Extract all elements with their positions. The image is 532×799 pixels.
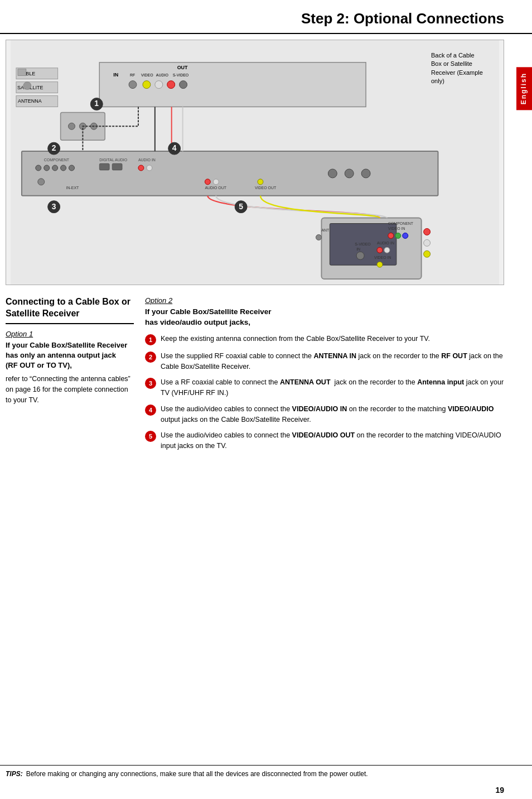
svg-point-53 — [377, 247, 383, 253]
num-circle-4: 4 — [145, 405, 156, 416]
svg-point-36 — [361, 169, 370, 178]
svg-text:DIGITAL AUDIO: DIGITAL AUDIO — [99, 158, 127, 162]
num-circle-2: 2 — [145, 352, 156, 363]
svg-text:IN: IN — [113, 72, 118, 78]
svg-point-25 — [138, 165, 144, 171]
num-circle-3: 3 — [145, 378, 156, 389]
svg-point-26 — [147, 165, 152, 171]
tips-label: TIPS: — [6, 770, 23, 778]
svg-point-41 — [424, 251, 431, 257]
tips-text: Before making or changing any connection… — [26, 770, 368, 778]
svg-point-73 — [129, 81, 137, 89]
svg-point-30 — [205, 179, 210, 185]
svg-text:VIDEO IN: VIDEO IN — [374, 256, 391, 259]
svg-point-11 — [69, 123, 75, 129]
svg-rect-1 — [99, 62, 366, 107]
option1-label: Option 1 — [6, 330, 134, 338]
svg-point-31 — [213, 179, 219, 185]
list-item: 3 Use a RF coaxial cable to connect the … — [145, 377, 504, 398]
page-number: 19 — [495, 786, 504, 795]
svg-point-20 — [69, 165, 75, 171]
svg-point-9 — [23, 82, 31, 90]
svg-text:AUDIO IN: AUDIO IN — [138, 158, 156, 162]
list-item-text-3: Use a RF coaxial cable to connect the AN… — [161, 377, 504, 398]
svg-point-40 — [424, 239, 431, 246]
list-item-text-2: Use the supplied RF coaxial cable to con… — [161, 351, 504, 372]
svg-text:4: 4 — [172, 143, 177, 152]
svg-text:OUT: OUT — [177, 65, 188, 70]
svg-point-35 — [345, 169, 354, 178]
list-item: 1 Keep the existing antenna connection f… — [145, 334, 504, 345]
svg-point-28 — [38, 179, 45, 185]
svg-point-48 — [403, 233, 408, 238]
svg-text:VIDEO OUT: VIDEO OUT — [255, 186, 277, 190]
svg-point-56 — [377, 262, 383, 267]
svg-text:IN-EXT: IN-EXT — [66, 186, 80, 190]
svg-rect-8 — [18, 69, 26, 76]
diagram-label: Back of a Cable Box or Satellite Receive… — [431, 51, 498, 86]
svg-text:VIDEO IN: VIDEO IN — [388, 227, 405, 230]
svg-text:S-VIDEO: S-VIDEO — [173, 73, 189, 77]
list-item: 2 Use the supplied RF coaxial cable to c… — [145, 351, 504, 372]
svg-point-77 — [180, 81, 187, 89]
svg-point-39 — [424, 228, 431, 235]
svg-text:COMPONENT: COMPONENT — [388, 222, 414, 225]
svg-point-51 — [356, 252, 364, 259]
option2-label: Option 2 — [145, 296, 504, 305]
svg-text:AUDIO: AUDIO — [156, 73, 169, 77]
svg-point-76 — [167, 81, 175, 89]
svg-point-16 — [36, 165, 41, 171]
english-tab: English — [516, 67, 532, 110]
svg-point-19 — [61, 165, 66, 171]
svg-text:VIDEO: VIDEO — [141, 73, 153, 77]
option1-body: refer to “Connecting the antenna cables”… — [6, 374, 134, 405]
svg-point-75 — [155, 81, 163, 89]
svg-text:AUDIO OUT: AUDIO OUT — [205, 186, 226, 190]
tips-bar: TIPS: Before making or changing any conn… — [0, 765, 532, 782]
svg-text:ANTENNA: ANTENNA — [18, 98, 42, 104]
left-column: Connecting to a Cable Box orSatellite Re… — [6, 296, 134, 457]
svg-rect-14 — [22, 151, 438, 196]
page-title: Step 2: Optional Connections — [17, 10, 504, 27]
svg-point-54 — [384, 247, 390, 253]
list-item-text-5: Use the audio/video cables to connect th… — [161, 430, 504, 451]
svg-text:1: 1 — [94, 99, 99, 108]
svg-point-74 — [143, 81, 151, 89]
right-column: Option 2 If your Cable Box/Satellite Rec… — [145, 296, 504, 457]
diagram-area: Back of a Cable Box or Satellite Receive… — [6, 40, 504, 285]
svg-point-46 — [388, 233, 394, 238]
svg-rect-23 — [112, 163, 122, 170]
list-item-text-4: Use the audio/video cables to connect th… — [161, 404, 504, 425]
svg-point-43 — [316, 234, 322, 240]
numbered-list: 1 Keep the existing antenna connection f… — [145, 334, 504, 451]
svg-point-33 — [258, 179, 263, 185]
svg-text:AUDIO IN: AUDIO IN — [377, 241, 394, 245]
list-item-text-1: Keep the existing antenna connection fro… — [161, 334, 430, 344]
svg-text:S-VIDEO: S-VIDEO — [355, 242, 371, 246]
option1-title: If your Cable Box/Satellite Receiverhas … — [6, 340, 134, 371]
svg-point-34 — [328, 169, 337, 178]
main-content: Connecting to a Cable Box orSatellite Re… — [0, 291, 532, 463]
num-circle-1: 1 — [145, 334, 156, 345]
list-item: 4 Use the audio/video cables to connect … — [145, 404, 504, 425]
option2-title: If your Cable Box/Satellite Receiverhas … — [145, 307, 504, 328]
section-title: Connecting to a Cable Box orSatellite Re… — [6, 296, 134, 324]
num-circle-5: 5 — [145, 431, 156, 442]
svg-text:ANT: ANT — [321, 228, 330, 232]
svg-point-18 — [52, 165, 58, 171]
svg-point-47 — [395, 233, 401, 238]
svg-point-17 — [44, 165, 50, 171]
page-header: Step 2: Optional Connections — [0, 0, 532, 34]
svg-text:IN: IN — [356, 247, 360, 251]
svg-text:3: 3 — [52, 202, 56, 211]
list-item: 5 Use the audio/video cables to connect … — [145, 430, 504, 451]
svg-text:2: 2 — [52, 143, 56, 152]
svg-text:5: 5 — [239, 202, 243, 211]
diagram-svg: CABLE SATELLITE ANTENNA COMPONENT DIGITA… — [6, 40, 504, 285]
svg-rect-22 — [99, 163, 109, 170]
svg-text:COMPONENT: COMPONENT — [44, 158, 70, 162]
svg-text:RF: RF — [130, 73, 135, 77]
